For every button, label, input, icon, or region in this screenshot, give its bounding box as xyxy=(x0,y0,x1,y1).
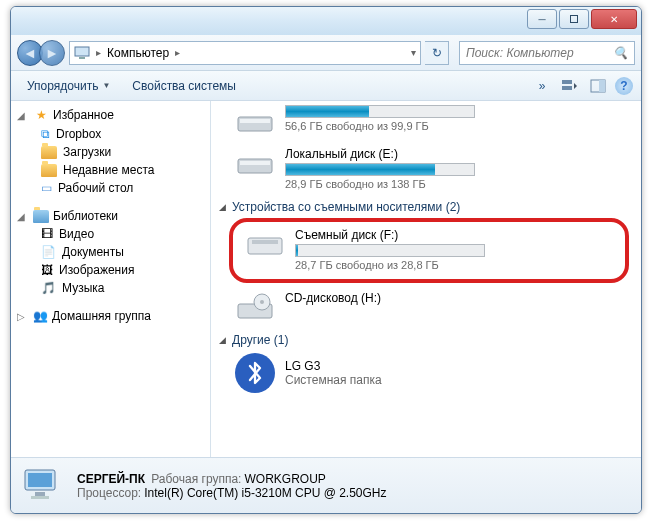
tree-favorites[interactable]: ◢ ★ Избранное xyxy=(11,105,210,125)
forward-button[interactable]: ► xyxy=(39,40,65,66)
removable-drive-icon xyxy=(245,228,285,260)
preview-pane-button[interactable] xyxy=(587,75,609,97)
organize-menu[interactable]: Упорядочить▼ xyxy=(19,76,118,96)
svg-rect-7 xyxy=(240,119,270,123)
cd-drive-icon xyxy=(235,291,275,323)
tree-item-pictures[interactable]: 🖼Изображения xyxy=(11,261,210,279)
svg-rect-2 xyxy=(562,80,572,84)
homegroup-icon: 👥 xyxy=(33,309,48,323)
cpu-value: Intel(R) Core(TM) i5-3210M CPU @ 2.50GHz xyxy=(144,486,386,500)
titlebar[interactable]: ─ ✕ xyxy=(11,7,641,35)
svg-rect-18 xyxy=(31,496,49,499)
refresh-button[interactable]: ↻ xyxy=(425,41,449,65)
search-input[interactable]: Поиск: Компьютер 🔍 xyxy=(459,41,635,65)
drive-item-h[interactable]: CD-дисковод (H:) xyxy=(215,287,633,329)
svg-rect-17 xyxy=(35,492,45,496)
bluetooth-icon xyxy=(235,353,275,393)
collapse-icon: ◢ xyxy=(17,110,29,121)
section-removable[interactable]: ◢ Устройства со съемными носителями (2) xyxy=(215,196,633,216)
drive-name: Локальный диск (E:) xyxy=(285,147,633,161)
tree-item-music[interactable]: 🎵Музыка xyxy=(11,279,210,297)
folder-icon xyxy=(33,210,49,223)
drive-free-text: 56,6 ГБ свободно из 99,9 ГБ xyxy=(285,120,633,132)
svg-rect-1 xyxy=(79,57,85,59)
collapse-icon: ◢ xyxy=(17,211,29,222)
computer-icon xyxy=(21,466,65,506)
nav-row: ◄ ► ▸ Компьютер ▸ ▾ ↻ Поиск: Компьютер 🔍 xyxy=(11,35,641,71)
drive-free-text: 28,7 ГБ свободно из 28,8 ГБ xyxy=(295,259,619,271)
document-icon: 📄 xyxy=(41,245,56,259)
help-button[interactable]: ? xyxy=(615,77,633,95)
workgroup-label: Рабочая группа: xyxy=(151,472,241,486)
nav-tree: ◢ ★ Избранное ⧉Dropbox Загрузки Недавние… xyxy=(11,101,211,457)
drive-item-f[interactable]: Съемный диск (F:) 28,7 ГБ свободно из 28… xyxy=(239,224,619,277)
drive-item-e[interactable]: Локальный диск (E:) 28,9 ГБ свободно из … xyxy=(215,143,633,196)
drive-name: Съемный диск (F:) xyxy=(295,228,619,242)
other-name: LG G3 xyxy=(285,359,382,373)
tree-item-desktop[interactable]: ▭Рабочий стол xyxy=(11,179,210,197)
hostname: СЕРГЕЙ-ПК xyxy=(77,472,145,486)
drive-item[interactable]: 56,6 ГБ свободно из 99,9 ГБ xyxy=(215,105,633,143)
main-list: 56,6 ГБ свободно из 99,9 ГБ Локальный ди… xyxy=(211,101,641,457)
minimize-button[interactable]: ─ xyxy=(527,9,557,29)
svg-rect-3 xyxy=(562,86,572,90)
workgroup-value: WORKGROUP xyxy=(245,472,326,486)
collapse-icon: ◢ xyxy=(219,335,226,345)
view-options-button[interactable] xyxy=(559,75,581,97)
svg-rect-5 xyxy=(599,80,605,92)
svg-point-14 xyxy=(260,300,264,304)
tree-homegroup[interactable]: ▷ 👥 Домашняя группа xyxy=(11,307,210,325)
more-toolbar-chevron[interactable]: » xyxy=(531,75,553,97)
search-icon: 🔍 xyxy=(613,46,628,60)
collapse-icon: ◢ xyxy=(219,202,226,212)
search-placeholder: Поиск: Компьютер xyxy=(466,46,574,60)
other-item-lg-g3[interactable]: LG G3 Системная папка xyxy=(215,349,633,399)
expand-icon: ▷ xyxy=(17,311,29,322)
chevron-right-icon: ▸ xyxy=(96,47,101,58)
address-bar[interactable]: ▸ Компьютер ▸ ▾ xyxy=(69,41,421,65)
tree-item-documents[interactable]: 📄Документы xyxy=(11,243,210,261)
svg-rect-11 xyxy=(252,240,278,244)
chevron-right-icon: ▸ xyxy=(175,47,180,58)
dropbox-icon: ⧉ xyxy=(41,127,50,141)
hdd-icon xyxy=(235,147,275,179)
star-icon: ★ xyxy=(33,107,49,123)
toolbar: Упорядочить▼ Свойства системы » ? xyxy=(11,71,641,101)
system-properties-button[interactable]: Свойства системы xyxy=(124,76,244,96)
tree-item-videos[interactable]: 🎞Видео xyxy=(11,225,210,243)
drive-free-text: 28,9 ГБ свободно из 138 ГБ xyxy=(285,178,633,190)
chevron-down-icon[interactable]: ▾ xyxy=(411,47,416,58)
tree-item-recent[interactable]: Недавние места xyxy=(11,161,210,179)
close-button[interactable]: ✕ xyxy=(591,9,637,29)
maximize-button[interactable] xyxy=(559,9,589,29)
other-sub: Системная папка xyxy=(285,373,382,387)
folder-icon xyxy=(41,146,57,159)
video-icon: 🎞 xyxy=(41,227,53,241)
section-other[interactable]: ◢ Другие (1) xyxy=(215,329,633,349)
details-pane: СЕРГЕЙ-ПК Рабочая группа: WORKGROUP Проц… xyxy=(11,457,641,513)
tree-libraries[interactable]: ◢ Библиотеки xyxy=(11,207,210,225)
cpu-label: Процессор: xyxy=(77,486,141,500)
drive-name: CD-дисковод (H:) xyxy=(285,291,633,305)
breadcrumb-computer[interactable]: Компьютер xyxy=(107,46,169,60)
svg-rect-0 xyxy=(75,47,89,56)
music-icon: 🎵 xyxy=(41,281,56,295)
explorer-window: ─ ✕ ◄ ► ▸ Компьютер ▸ ▾ ↻ Поиск: Компьют… xyxy=(10,6,642,514)
desktop-icon: ▭ xyxy=(41,181,52,195)
computer-icon xyxy=(74,45,90,61)
tree-item-downloads[interactable]: Загрузки xyxy=(11,143,210,161)
tree-item-dropbox[interactable]: ⧉Dropbox xyxy=(11,125,210,143)
svg-rect-9 xyxy=(240,161,270,165)
hdd-icon xyxy=(235,105,275,137)
svg-rect-16 xyxy=(28,473,52,487)
annotation-highlight: Съемный диск (F:) 28,7 ГБ свободно из 28… xyxy=(229,218,629,283)
folder-icon xyxy=(41,164,57,177)
picture-icon: 🖼 xyxy=(41,263,53,277)
